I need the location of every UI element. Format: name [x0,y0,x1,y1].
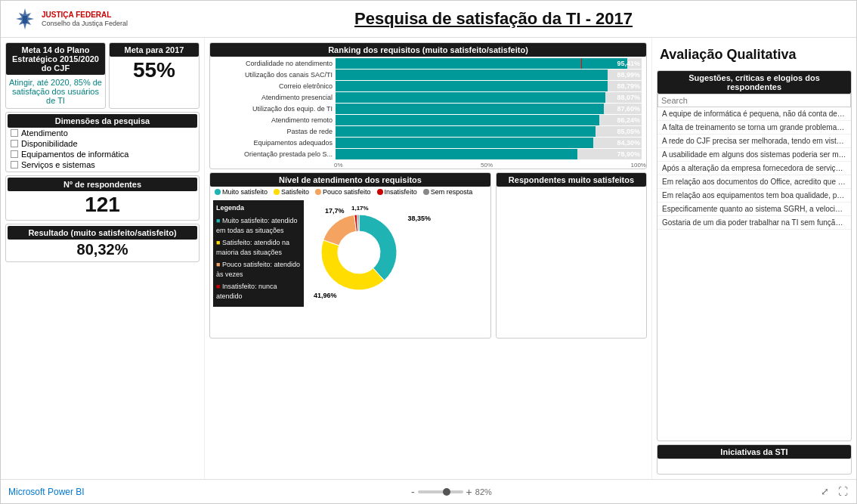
zoom-plus[interactable]: + [466,486,472,498]
respondentes-header: Nº de respondentes [8,178,197,191]
bar-track-wrap: 86,24% [336,115,642,125]
legend-item: ■ Satisfeito: atendido na maioria das si… [216,238,301,258]
donut-segment [323,215,357,246]
meta2017-header: Meta para 2017 [110,43,199,57]
qualitativa-title: Avaliação Qualitativa [657,42,852,67]
zoom-controls: - + 82% [411,486,492,498]
zoom-value: 82% [475,487,492,496]
search-input[interactable] [657,94,851,107]
bar-row: Utilização dos canais SAC/TI 88,99% [215,70,642,80]
donut-area: Legenda ■ Muito satisfeito: atendido em … [210,197,490,310]
dimensoes-item: Equipamentos de informática [8,149,197,159]
fullscreen-icon[interactable]: ⛶ [837,486,849,498]
bar-track-wrap: 88,79% [336,81,642,91]
bar-track-wrap: 78,90% [336,149,642,159]
legend-box: Legenda ■ Muito satisfeito: atendido em … [213,200,304,307]
zoom-thumb [443,488,450,496]
label-38: 38,35% [407,215,431,222]
dashed-line [581,58,582,69]
bar-track-wrap: 95,41% [336,58,642,69]
iniciativas-header: Iniciativas da STI [657,445,851,459]
legend-top-item: Satisfeito [274,188,309,196]
donut-chart [310,203,408,301]
left-panel: Meta 14 do Plano Estratégico 2015/2020 d… [1,38,205,479]
legend-item: ■ Pouco satisfeito: atendido às vezes [216,260,301,280]
bar-track-wrap: 84,30% [336,138,642,148]
meta14-box: Meta 14 do Plano Estratégico 2015/2020 d… [5,42,106,109]
suggestion-item: Após a alteração da empresa fornecedora … [657,162,851,175]
suggestion-item: Gostaria de um dia poder trabalhar na TI… [657,216,851,230]
checkbox[interactable] [11,129,18,137]
suggestion-item: A rede do CJF precisa ser melhorada, ten… [657,135,851,148]
dimensoes-item: Serviços e sistemas [8,159,197,170]
bar-track-wrap: 85,05% [336,126,642,137]
bar-track-wrap: 87,60% [336,104,642,114]
respondentes-satisfeitos-content [497,187,646,193]
legend-top-item: Muito satisfeito [215,188,268,196]
dimensoes-item: Disponibilidade [8,138,197,149]
powerbi-link[interactable]: Microsoft Power BI [8,487,85,497]
ranking-box: Ranking dos requisitos (muito satisfeito… [209,42,647,169]
right-panel: Avaliação Qualitativa Sugestões, crítica… [652,38,856,479]
label-18: 17,7% [325,207,345,215]
middle-panel: Ranking dos requisitos (muito satisfeito… [205,38,652,479]
share-icon[interactable]: ⤢ [818,486,831,498]
sugestoes-header: Sugestões, críticas e elogios dos respon… [657,71,851,94]
respondentes-satisfeitos-box: Respondentes muito satisfeitos [496,172,647,339]
checkbox[interactable] [11,150,18,158]
main-container: JUSTIÇA FEDERAL Conselho da Justiça Fede… [0,0,857,504]
bar-row: Atendimento presencial 88,07% [215,92,642,103]
resultado-header: Resultado (muito satisfeito/satisfeito) [8,226,197,240]
legend-top-item: Insatisfeito [377,188,417,196]
meta2017-box: Meta para 2017 55% [109,42,200,109]
legend-items: ■ Muito satisfeito: atendido em todas as… [216,216,301,302]
left-mid: Dimensões da pesquisa AtendimentoDisponi… [5,112,200,475]
bottom-row: Nível de atendimento dos requisitos Muit… [209,172,647,339]
nivel-legend-top: Muito satisfeitoSatisfeitoPouco satisfei… [210,187,490,197]
sugestoes-box: Sugestões, críticas e elogios dos respon… [657,70,852,441]
legend-top-item: Sem resposta [423,188,473,196]
meta14-header: Meta 14 do Plano Estratégico 2015/2020 d… [6,43,105,75]
checkbox[interactable] [11,161,18,169]
bar-track-wrap: 88,07% [336,92,642,103]
dimensoes-box: Dimensões da pesquisa AtendimentoDisponi… [5,112,200,172]
bar-row: Atendimento remoto 86,24% [215,115,642,125]
bar-row: Correio eletrônico 88,79% [215,81,642,91]
iniciativas-box: Iniciativas da STI [657,444,852,475]
right-icons: ⤢ ⛶ [818,486,849,498]
zoom-minus[interactable]: - [411,486,415,498]
axis-row: 0% 50% 100% [210,162,646,169]
legend-item: ■ Muito satisfeito: atendido em todas as… [216,216,301,237]
suggestion-item: A falta de treinamento se torna um grand… [657,121,851,135]
donut-segment [359,215,397,280]
bar-row: Pastas de rede 85,05% [215,126,642,137]
page-title: Pesquisa de satisfação da TI - 2017 [143,9,844,29]
donut-chart-container: 38,35% 41,96% 17,7% 1,17% [310,203,408,303]
respondentes-value: 121 [8,191,197,218]
checkbox[interactable] [11,140,18,147]
suggestion-item: A equipe de informática é pequena, não d… [657,107,851,121]
dimensoes-list: AtendimentoDisponibilidadeEquipamentos d… [8,128,197,170]
suggestion-item: Especificamente quanto ao sistema SGRH, … [657,203,851,216]
label-117: 1,17% [351,205,369,212]
bar-row: Equipamentos adequados 84,30% [215,138,642,148]
zoom-slider[interactable] [418,490,463,493]
label-42: 41,96% [314,292,337,299]
svg-rect-1 [23,16,27,23]
mid-section: Dimensões da pesquisa AtendimentoDisponi… [5,112,200,475]
donut-segment [321,240,384,290]
nivel-box: Nível de atendimento dos requisitos Muit… [209,172,491,339]
suggestion-item: Em relação aos equipamentos tem boa qual… [657,189,851,203]
footer: Microsoft Power BI - + 82% ⤢ ⛶ [1,479,856,503]
resultado-value: 80,32% [8,240,197,260]
ranking-header: Ranking dos requisitos (muito satisfeito… [210,43,646,57]
page-header: JUSTIÇA FEDERAL Conselho da Justiça Fede… [1,1,856,38]
bar-track-wrap: 88,99% [336,70,642,80]
bar-row: Utilização dos equip. de TI 87,60% [215,104,642,114]
nivel-header: Nível de atendimento dos requisitos [210,173,490,187]
logo-text: JUSTIÇA FEDERAL Conselho da Justiça Fede… [42,11,128,28]
resultado-box: Resultado (muito satisfeito/satisfeito) … [5,224,200,262]
meta14-description: Atingir, até 2020, 85% de satisfação dos… [6,75,105,108]
respondentes-satisfeitos-header: Respondentes muito satisfeitos [497,173,646,187]
bar-container: Cordialidade no atendimento 95,41% Utili… [210,57,646,162]
